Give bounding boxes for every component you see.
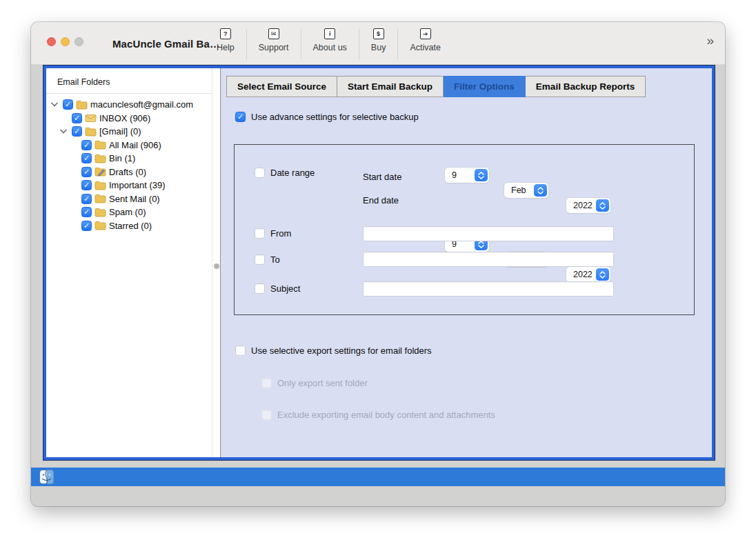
folder-checkbox[interactable]: ✓ (81, 194, 92, 204)
stepper-up-down-icon[interactable] (475, 169, 488, 181)
from-label: From (270, 228, 291, 239)
tree-item-label: [Gmail] (0) (99, 126, 141, 137)
tree-item-label: All Mail (906) (109, 140, 161, 150)
folder-checkbox[interactable]: ✓ (81, 221, 92, 231)
window-controls (47, 37, 83, 46)
subject-checkbox[interactable] (255, 283, 265, 294)
desktop: MacUncle Gmail Ba… ? Help ✉ Support i Ab… (0, 0, 756, 551)
support-icon: ✉ (268, 28, 279, 39)
stepper-up-down-icon[interactable] (596, 199, 609, 212)
splitter-grip[interactable] (214, 263, 219, 269)
email-folders-header: Email Folders (46, 68, 212, 94)
folder-checkbox[interactable]: ✓ (81, 140, 92, 150)
tree-item-sent-mail[interactable]: ✓ Sent Mail (0) (46, 192, 212, 206)
start-day-stepper[interactable]: 9 (445, 168, 489, 183)
tab-bar: Select Email Source Start Email Backup F… (226, 76, 646, 97)
buy-button[interactable]: $ Buy (359, 26, 398, 63)
tree-item-starred[interactable]: ✓ Starred (0) (46, 219, 212, 233)
from-checkbox[interactable] (255, 228, 265, 239)
tab-start-email-backup[interactable]: Start Email Backup (337, 76, 444, 97)
status-bar (31, 468, 725, 486)
about-us-label: About us (313, 43, 347, 52)
tab-filter-options[interactable]: Filter Options (444, 76, 526, 97)
filter-group-box: Date range Start date 9 Feb (234, 144, 695, 315)
toolbar-overflow-chevron-icon[interactable]: » (706, 33, 714, 48)
folder-checkbox[interactable]: ✓ (81, 167, 92, 177)
support-button[interactable]: ✉ Support (247, 26, 301, 63)
folder-icon (85, 127, 97, 137)
tree-item-label: Starred (0) (109, 221, 152, 231)
to-input[interactable] (363, 252, 614, 267)
folder-checkbox[interactable]: ✓ (72, 113, 82, 123)
to-checkbox[interactable] (255, 254, 265, 265)
selective-export-label: Use selective export settings for email … (251, 345, 432, 356)
app-window: MacUncle Gmail Ba… ? Help ✉ Support i Ab… (31, 22, 725, 506)
date-range-row: Date range (255, 168, 315, 178)
advance-settings-row: ✓ Use advance settings for selective bac… (235, 112, 419, 122)
date-range-label: Date range (270, 168, 315, 178)
tree-item-inbox[interactable]: ✓ INBOX (906) (46, 112, 212, 126)
stepper-up-down-icon[interactable] (596, 268, 609, 281)
folder-checkbox[interactable]: ✓ (63, 99, 73, 110)
folder-icon (94, 194, 106, 203)
tree-item-gmail[interactable]: ✓ [Gmail] (0) (46, 125, 212, 139)
folder-checkbox[interactable]: ✓ (72, 126, 82, 137)
only-sent-label: Only export sent folder (277, 378, 368, 388)
tree-item-all-mail[interactable]: ✓ All Mail (906) (46, 139, 212, 152)
inbox-envelope-icon (85, 113, 97, 123)
close-button[interactable] (47, 37, 56, 46)
from-row: From (255, 228, 291, 239)
advance-settings-label: Use advance settings for selective backu… (251, 112, 419, 122)
date-range-checkbox[interactable] (255, 168, 265, 178)
finder-icon[interactable] (39, 470, 54, 484)
tree-item-label: macunclesoft@gmail.com (90, 99, 193, 110)
tab-select-email-source[interactable]: Select Email Source (226, 76, 337, 97)
stepper-up-down-icon[interactable] (534, 184, 547, 197)
start-year-stepper[interactable]: 2022 (566, 198, 610, 213)
subject-input[interactable] (363, 281, 614, 297)
to-row: To (255, 254, 280, 265)
email-folders-panel: Email Folders ✓ macunclesoft@gmail.com (46, 68, 212, 457)
end-year-stepper[interactable]: 2022 (566, 267, 610, 282)
help-icon: ? (220, 28, 231, 39)
activate-button[interactable]: ➔ Activate (398, 26, 452, 63)
start-date-label: Start date (363, 172, 401, 182)
tree-item-label: Spam (0) (109, 207, 146, 217)
selective-export-row: Use selective export settings for email … (235, 345, 432, 356)
filter-options-panel: Select Email Source Start Email Backup F… (221, 68, 712, 457)
selective-export-checkbox[interactable] (235, 345, 246, 356)
only-sent-row: Only export sent folder (261, 378, 368, 388)
tree-item-bin[interactable]: ✓ Bin (1) (46, 152, 212, 166)
title-bar: MacUncle Gmail Ba… ? Help ✉ Support i Ab… (31, 22, 725, 65)
chevron-down-icon[interactable] (58, 129, 69, 134)
start-month-stepper[interactable]: Feb (504, 183, 548, 198)
help-button[interactable]: ? Help (205, 26, 246, 63)
only-sent-checkbox (261, 378, 272, 388)
tab-email-backup-reports[interactable]: Email Backup Reports (526, 76, 646, 97)
folder-tree: ✓ macunclesoft@gmail.com ✓ INBOX (906) (46, 94, 212, 232)
advance-settings-checkbox[interactable]: ✓ (235, 112, 246, 122)
cart-icon: $ (373, 28, 384, 39)
end-date-label: End date (363, 195, 399, 206)
zoom-button[interactable] (74, 37, 83, 46)
to-label: To (270, 254, 280, 265)
subject-row: Subject (255, 283, 300, 294)
tree-item-label: Drafts (0) (109, 167, 146, 177)
tree-item-spam[interactable]: ✓ Spam (0) (46, 206, 212, 219)
window-bottom-strip (31, 486, 725, 506)
window-title: MacUncle Gmail Ba… (112, 22, 220, 65)
tree-item-account[interactable]: ✓ macunclesoft@gmail.com (46, 98, 212, 112)
folder-checkbox[interactable]: ✓ (81, 207, 92, 217)
folder-checkbox[interactable]: ✓ (81, 153, 92, 163)
pane-splitter[interactable] (212, 68, 221, 457)
tree-item-drafts[interactable]: ✓ Drafts (0) (46, 166, 212, 179)
from-input[interactable] (363, 226, 614, 241)
chevron-down-icon[interactable] (49, 102, 60, 107)
about-us-button[interactable]: i About us (301, 26, 359, 63)
folder-icon (94, 208, 106, 217)
folder-icon (94, 140, 106, 150)
minimize-button[interactable] (61, 37, 70, 46)
folder-checkbox[interactable]: ✓ (81, 180, 92, 190)
content-frame: Email Folders ✓ macunclesoft@gmail.com (43, 65, 715, 461)
tree-item-important[interactable]: ✓ Important (39) (46, 179, 212, 192)
